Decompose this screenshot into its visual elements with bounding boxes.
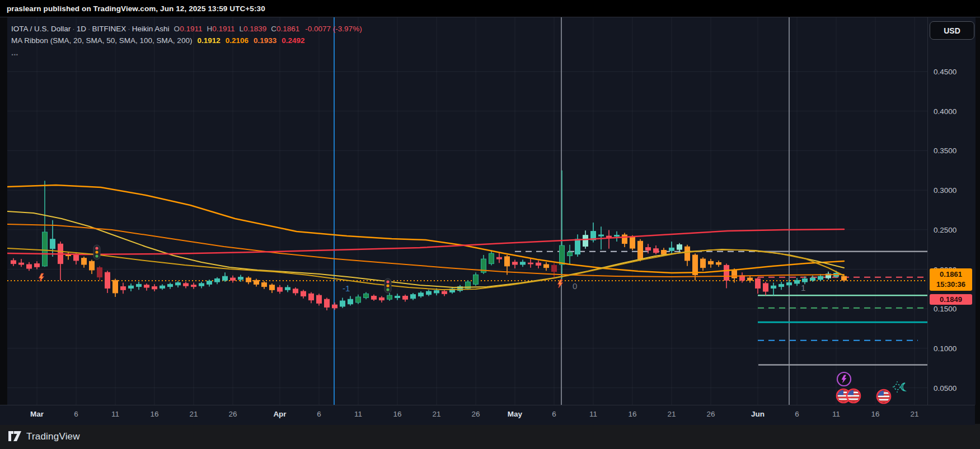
candle [231,278,236,280]
time-tick-label: 21 [432,410,440,418]
ma-value: 0.1933 [254,36,276,45]
candle [818,276,823,280]
earnings-lightning-icon [837,372,851,386]
candle [325,299,330,307]
candle [724,265,729,280]
legend-more-row[interactable]: ... [11,46,362,59]
ma-value: 0.2492 [282,36,304,45]
candle [473,275,479,284]
secondary-price-badge: 0.1849 [930,294,972,305]
time-tick-label: 11 [589,410,597,418]
candle [152,287,157,289]
candle [317,295,322,303]
candle [223,276,228,280]
candle [82,258,87,264]
time-tick-label: 26 [228,410,237,418]
candle [842,276,847,280]
ma-line-SMA 50 [7,185,844,273]
candle [364,294,369,297]
candle [521,262,526,264]
price-chart-canvas[interactable]: -101 [0,17,980,424]
price-tick-label: 0.1500 [934,305,956,313]
candle [615,235,620,237]
candle [630,237,635,248]
symbol-title[interactable]: IOTA / U.S. Dollar [11,25,71,33]
time-tick-label: 26 [471,410,480,418]
candle [387,295,392,299]
candle [262,283,267,287]
candle [238,277,243,280]
candle [622,235,627,244]
candle [568,252,573,256]
candle [403,296,408,300]
candle [787,283,792,285]
chart-legend[interactable]: IOTA / U.S. Dollar·1D·BITFINEX·Heikin As… [11,23,362,59]
time-tick-label: 16 [393,410,401,418]
price-tick-label: 0.4000 [934,107,956,115]
candle [340,301,345,306]
ma-ribbon-label[interactable]: MA Ribbon (SMA, 20, SMA, 50, SMA, 100, S… [11,36,192,45]
interval[interactable]: 1D [77,25,86,33]
candle [411,295,416,299]
tradingview-logo-icon[interactable] [8,431,22,442]
change-value: -0.0077 (-3.97%) [305,25,362,33]
candle [810,278,815,280]
tradingview-brand-text[interactable]: TradingView [26,431,80,442]
more-indicator-ellipsis[interactable]: ... [11,48,18,57]
candle [254,280,259,284]
ohlc-key: C [271,25,276,33]
candle [285,287,290,290]
candle [293,289,298,293]
legend-symbol-row[interactable]: IOTA / U.S. Dollar·1D·BITFINEX·Heikin As… [11,23,362,35]
ma-ribbon-values: 0.19120.21060.19330.2492 [192,36,304,45]
cycle-number-label: 0 [573,281,577,291]
candle [536,263,541,265]
time-tick-label: 6 [795,410,799,418]
cycle-number-label: 1 [801,283,805,292]
candle [505,257,510,266]
candle [654,249,659,253]
price-axis[interactable]: 0.1861 15:30:36 0.1849 0.45000.40000.350… [927,17,976,405]
candle [11,261,16,264]
time-tick-label: 21 [667,410,676,418]
candle [669,248,674,251]
candle [207,281,212,285]
time-tick-label: 6 [552,410,556,418]
time-axis[interactable]: Mar611162126Apr611162126May611162126Jun6… [0,405,975,425]
candle [575,239,580,254]
candle [434,291,439,293]
candle [701,259,706,268]
time-tick-label: 11 [111,410,119,418]
candle [544,264,549,268]
candle [426,291,432,295]
candle [105,272,110,288]
time-tick-label: 21 [910,410,918,418]
ohlc-value: 0.1911 [212,25,235,33]
candle [497,257,502,259]
candle [129,286,134,288]
time-tick-label: 16 [150,410,158,418]
candle [583,235,588,247]
candle [513,262,518,264]
candle [19,263,24,264]
price-tick-label: 0.2500 [934,225,956,234]
candle [779,284,784,286]
candle [176,283,181,285]
candle [90,261,95,270]
candle [716,262,721,264]
left-padding [0,17,7,405]
price-tick-label: 0.3500 [934,146,956,155]
price-tick-label: 0.4500 [934,68,956,76]
candle [270,285,275,290]
currency-toggle-button[interactable]: USD [930,21,974,40]
ohlc-key: H [207,25,212,33]
candle [74,255,79,261]
candle [27,264,32,268]
price-tick-label: 0.3000 [934,186,956,195]
candle [191,285,196,287]
candle [332,305,337,308]
legend-ma-ribbon-row[interactable]: MA Ribbon (SMA, 20, SMA, 50, SMA, 100, S… [11,35,362,46]
holiday-celebration-icon [893,381,905,393]
chart-stage[interactable]: -101 IOTA / U.S. Dollar·1D·BITFINEX·Heik… [0,17,980,424]
ma-value: 0.1912 [197,36,220,45]
